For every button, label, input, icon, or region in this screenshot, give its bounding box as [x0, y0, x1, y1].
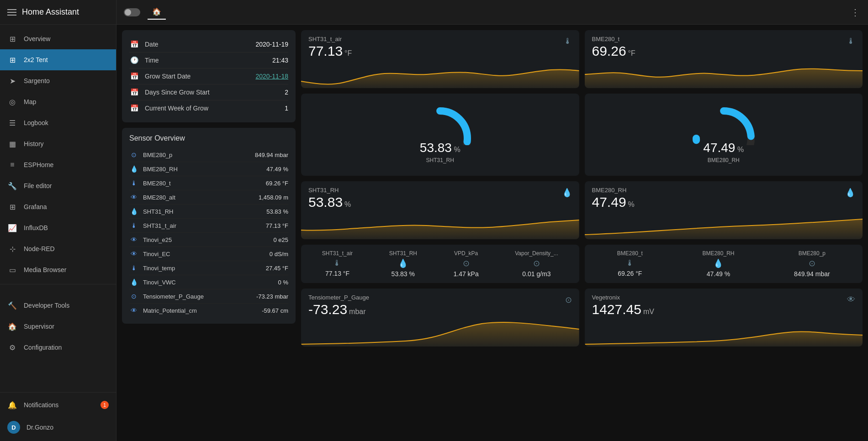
sidebar-item-grafana[interactable]: ⊞ Grafana [0, 196, 116, 217]
sensor-row: ⊙ BME280_p 849.94 mbar [129, 148, 288, 162]
sensor-name: SHT31_t_air [143, 222, 261, 229]
info-value: 1 [285, 105, 288, 112]
nav-label: InfluxDB [24, 224, 48, 231]
info-value: 2020-11-19 [255, 41, 288, 48]
sidebar-item-overview[interactable]: ⊞ Overview [0, 28, 116, 49]
sensor-name: Matric_Potential_cm [143, 307, 257, 314]
info-icon: 📅 [129, 88, 139, 96]
sht31-rh-card: SHT31_RH 53.83 % 💧 [301, 181, 579, 239]
info-label: Time [145, 57, 267, 64]
hamburger-icon[interactable] [7, 9, 16, 16]
nav-icon: ⊞ [7, 202, 17, 212]
info-row: 🕐 Time 21:43 [129, 52, 288, 68]
app-title: Home Assistant [22, 7, 79, 17]
sidebar-item-configuration[interactable]: ⚙ Configuration [0, 337, 116, 358]
bme280-t-card: BME280_t 69.26 °F 🌡 [585, 30, 863, 88]
sensor-icon: 👁 [129, 194, 138, 201]
nav-label: Sargento [24, 77, 50, 84]
left-column: 📅 Date 2020-11-19 🕐 Time 21:43 📅 Grow St… [122, 30, 296, 436]
sidebar-bottom: 🔔 Notifications 1 D Dr.Gonzo [0, 392, 116, 441]
multi-sensor-name: VPD_kPa [454, 250, 478, 257]
sidebar-item-user[interactable]: D Dr.Gonzo [0, 415, 116, 439]
content-area: 📅 Date 2020-11-19 🕐 Time 21:43 📅 Grow St… [116, 25, 868, 441]
sidebar-item-map[interactable]: ◎ Map [0, 91, 116, 112]
multi-sensor-value: 53.83 % [392, 270, 415, 278]
username-label: Dr.Gonzo [26, 424, 53, 431]
sensor-value: 69.26 °F [266, 180, 288, 187]
sensor-row: ⊙ Tensiometer_P_Gauge -73.23 mbar [129, 289, 288, 304]
sensor-value: -59.67 cm [262, 307, 288, 314]
sidebar-item-file-editor[interactable]: 🔧 File editor [0, 175, 116, 196]
multi-sensor-name: Vapor_Density_... [515, 250, 558, 257]
info-label: Days Since Grow Start [145, 89, 279, 96]
nav-icon: ▭ [7, 265, 17, 275]
home-button[interactable]: 🏠 [148, 5, 166, 20]
sidebar-item-supervisor[interactable]: 🏠 Supervisor [0, 316, 116, 337]
multi-sensor-name: BME280_RH [702, 250, 734, 257]
metric-header: BME280_RH 47.49 % 💧 [592, 187, 856, 210]
multi-sensor-item: SHT31_RH 💧 53.83 % [389, 250, 417, 278]
info-value[interactable]: 2020-11-18 [255, 73, 288, 80]
sidebar-item-2x2tent[interactable]: ⊞ 2x2 Tent [0, 49, 116, 70]
metric-name: Tensiometer_P_Gauge [308, 294, 369, 301]
multi-sensor-item: BME280_p ⊙ 849.94 mbar [794, 250, 830, 278]
sensor-icon: 👁 [129, 236, 138, 243]
more-options-button[interactable]: ⋮ [851, 7, 861, 18]
sensor-row: 👁 BME280_alt 1,458.09 m [129, 190, 288, 205]
gauge-name: SHT31_RH [420, 157, 460, 163]
multi-sensor-name: SHT31_t_air [322, 250, 353, 257]
sensor-value: 77.13 °F [266, 222, 288, 229]
humidity-icon: 💧 [845, 188, 855, 198]
sidebar-item-developer-tools[interactable]: 🔨 Developer Tools [0, 295, 116, 316]
multi-sensor-item: BME280_RH 💧 47.49 % [702, 250, 734, 278]
toggle-switch-container[interactable] [124, 8, 140, 16]
multi-sensor-icon: ⊙ [533, 258, 540, 268]
info-label: Grow Start Date [145, 73, 250, 80]
info-label: Date [145, 41, 250, 48]
sidebar-item-history[interactable]: ▦ History [0, 133, 116, 154]
notification-badge: 1 [101, 401, 109, 409]
multi-sensor-value: 77.13 °F [325, 270, 349, 277]
sht31-t-air-card: SHT31_t_air 77.13 °F 🌡 [301, 30, 579, 88]
bme280-rh-card: BME280_RH 47.49 % 💧 [585, 181, 863, 239]
sidebar-item-media-browser[interactable]: ▭ Media Browser [0, 259, 116, 280]
nav-label: History [24, 140, 44, 147]
sidebar-nav: ⊞ Overview ⊞ 2x2 Tent ➤ Sargento ◎ Map ☰… [0, 25, 116, 392]
nav-icon: ⊹ [7, 244, 17, 254]
info-icon: 📅 [129, 104, 139, 112]
sensor-value: 0 dS/m [270, 251, 288, 257]
sensor-icon: 🌡 [129, 222, 138, 229]
sensor-row: 💧 Tinovi_VWC 0 % [129, 275, 288, 289]
sensor-name: BME280_p [143, 152, 250, 158]
sensor-value: 27.45 °F [266, 265, 288, 272]
sidebar-item-node-red[interactable]: ⊹ Node-RED [0, 238, 116, 259]
sidebar-item-logbook[interactable]: ☰ Logbook [0, 112, 116, 133]
sensor-name: BME280_RH [143, 166, 262, 173]
gauge-name: BME280_RH [703, 157, 744, 163]
sensor-icon: ⊙ [129, 151, 138, 158]
edit-toggle[interactable] [124, 8, 140, 16]
metric-name: BME280_t [592, 36, 635, 42]
sidebar-item-esphome[interactable]: ≡ ESPHome [0, 154, 116, 175]
notifications-label: Notifications [24, 401, 58, 409]
nav-label: ESPHome [24, 161, 53, 168]
sensor-row: 🌡 Tinovi_temp 27.45 °F [129, 261, 288, 275]
metric-name: BME280_RH [592, 187, 635, 194]
nav-icon: 🔨 [7, 300, 17, 310]
sensor-name: Tensiometer_P_Gauge [143, 293, 252, 300]
nav-label: 2x2 Tent [24, 56, 48, 63]
nav-label: Media Browser [24, 266, 66, 273]
sensor-name: BME280_alt [143, 194, 254, 201]
metric-name: SHT31_t_air [308, 36, 352, 42]
nav-label: Map [24, 98, 36, 105]
multi-sensor-icon: 💧 [713, 258, 723, 268]
sht31-rh-chart [301, 212, 579, 239]
sidebar-item-notifications[interactable]: 🔔 Notifications 1 [0, 394, 116, 415]
sidebar-item-influxdb[interactable]: 📈 InfluxDB [0, 217, 116, 238]
sht31-rh-gauge: 53.83 % SHT31_RH [301, 94, 579, 176]
sensor-value: 0 e25 [273, 236, 288, 243]
metric-unit: °F [628, 49, 635, 58]
chart-area [301, 319, 579, 346]
nav-icon: ➤ [7, 76, 17, 86]
sidebar-item-sargento[interactable]: ➤ Sargento [0, 70, 116, 91]
